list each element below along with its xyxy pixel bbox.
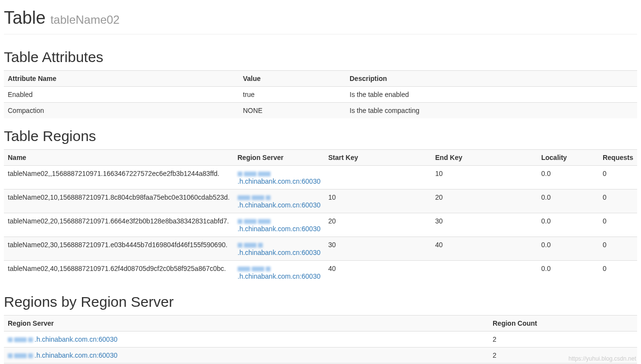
redacted-icon [244,219,256,224]
redacted-icon [28,337,33,342]
redacted-icon [14,337,27,342]
attr-desc: Is the table compacting [346,103,637,119]
redacted-icon [258,219,271,224]
redacted-icon [252,195,264,200]
redacted-icon [258,172,271,176]
table-row: Compaction NONE Is the table compacting [4,103,637,119]
region-server-link[interactable]: .h.chinabank.com.cn:60030 [238,265,320,280]
redacted-icon [28,353,33,358]
attr-desc: Is the table enabled [346,87,637,103]
requests: 0 [599,237,637,261]
requests: 0 [599,213,637,237]
start-key [324,166,432,190]
by-server-table: Region Server Region Count .h.chinabank.… [4,315,637,364]
table-row: .h.chinabank.com.cn:60030 2 [4,332,637,348]
server-link[interactable]: .h.chinabank.com.cn:60030 [8,335,117,343]
col-region-name: Name [4,150,234,166]
col-attr-value: Value [239,71,346,87]
redacted-icon [258,243,263,248]
attr-value: true [239,87,346,103]
col-end-key: End Key [432,150,538,166]
col-start-key: Start Key [324,150,432,166]
redacted-icon [238,219,242,224]
region-server-cell: .h.chinabank.com.cn:60030 [234,261,324,285]
server-text: .h.chinabank.com.cn:60030 [34,335,117,343]
region-server-text: .h.chinabank.com.cn:60030 [238,177,320,185]
by-server-heading: Regions by Region Server [4,294,637,310]
page-title: Table [4,8,46,28]
region-server-cell: .h.chinabank.com.cn:60030 [234,237,324,261]
region-server-link[interactable]: .h.chinabank.com.cn:60030 [238,193,320,209]
server-text: .h.chinabank.com.cn:60030 [34,351,117,359]
region-server-link[interactable]: .h.chinabank.com.cn:60030 [238,241,320,256]
start-key: 20 [324,213,432,237]
start-key: 30 [324,237,432,261]
region-server-cell: .h.chinabank.com.cn:60030 [234,166,324,190]
requests: 0 [599,166,637,190]
attr-name: Compaction [4,103,239,119]
region-server-link[interactable]: .h.chinabank.com.cn:60030 [238,170,320,185]
redacted-icon [252,267,264,271]
region-name: tableName02,40,1568887210971.62f4d08705d… [4,261,234,285]
col-requests: Requests [599,150,637,166]
attr-name: Enabled [4,87,239,103]
watermark: https://yuhui.blog.csdn.net [569,355,636,362]
region-server-cell: .h.chinabank.com.cn:60030 [234,190,324,213]
region-name: tableName02,,1568887210971.1663467227572… [4,166,234,190]
page-header: Table tableName02 [4,4,637,34]
locality: 0.0 [537,213,599,237]
server-link[interactable]: .h.chinabank.com.cn:60030 [8,351,117,359]
region-server-link[interactable]: .h.chinabank.com.cn:60030 [238,217,320,233]
locality: 0.0 [537,237,599,261]
by-server-header-row: Region Server Region Count [4,316,637,332]
locality: 0.0 [537,166,599,190]
table-row: tableName02,20,1568887210971.6664e3f2b0b… [4,213,637,237]
region-server-text: .h.chinabank.com.cn:60030 [238,272,320,280]
col-attr-desc: Description [346,71,637,87]
requests: 0 [599,190,637,213]
table-row: .h.chinabank.com.cn:60030 2 [4,348,637,364]
region-server-cell: .h.chinabank.com.cn:60030 [234,213,324,237]
page-subtitle: tableName02 [50,13,120,26]
redacted-icon [14,353,27,358]
region-server-text: .h.chinabank.com.cn:60030 [238,201,320,209]
attributes-table: Attribute Name Value Description Enabled… [4,70,637,118]
table-row: tableName02,10,1568887210971.8c804cb98fa… [4,190,637,213]
table-row: tableName02,30,1568887210971.e03b4445b7d… [4,237,637,261]
redacted-icon [238,172,242,176]
region-name: tableName02,20,1568887210971.6664e3f2b0b… [4,213,234,237]
regions-header-row: Name Region Server Start Key End Key Loc… [4,150,637,166]
requests: 0 [599,261,637,285]
col-region-server: Region Server [234,150,324,166]
regions-heading: Table Regions [4,128,637,144]
server-cell: .h.chinabank.com.cn:60030 [4,332,489,348]
col-locality: Locality [537,150,599,166]
redacted-icon [244,172,256,176]
server-cell: .h.chinabank.com.cn:60030 [4,348,489,364]
end-key [432,261,538,285]
redacted-icon [238,267,250,271]
table-row: tableName02,,1568887210971.1663467227572… [4,166,637,190]
attr-value: NONE [239,103,346,119]
region-name: tableName02,30,1568887210971.e03b4445b7d… [4,237,234,261]
regions-table: Name Region Server Start Key End Key Loc… [4,149,637,284]
redacted-icon [8,337,13,342]
locality: 0.0 [537,261,599,285]
region-name: tableName02,10,1568887210971.8c804cb98fa… [4,190,234,213]
attributes-heading: Table Attributes [4,49,637,65]
table-row: tableName02,40,1568887210971.62f4d08705d… [4,261,637,285]
redacted-icon [244,243,256,248]
region-server-text: .h.chinabank.com.cn:60030 [238,225,320,233]
col-count: Region Count [489,316,637,332]
end-key: 20 [432,190,538,213]
col-server: Region Server [4,316,489,332]
table-row: Enabled true Is the table enabled [4,87,637,103]
end-key: 10 [432,166,538,190]
attributes-header-row: Attribute Name Value Description [4,71,637,87]
locality: 0.0 [537,190,599,213]
region-server-text: .h.chinabank.com.cn:60030 [238,249,320,256]
redacted-icon [266,267,271,271]
redacted-icon [8,353,13,358]
redacted-icon [266,195,271,200]
start-key: 10 [324,190,432,213]
